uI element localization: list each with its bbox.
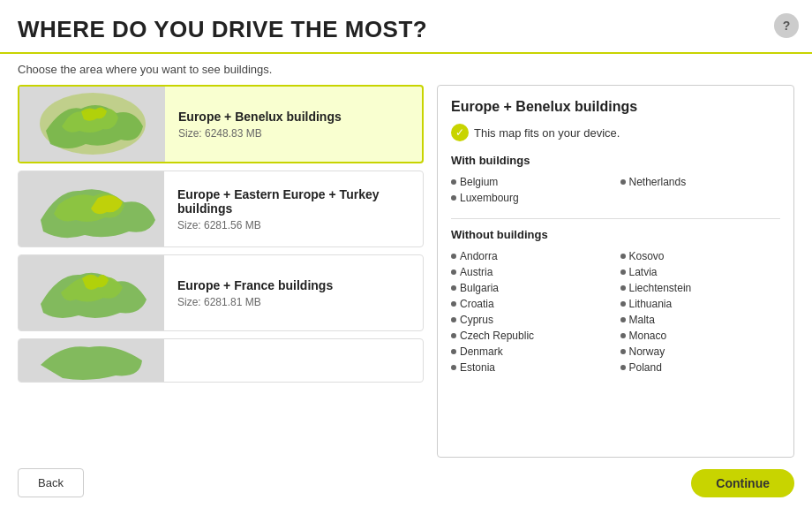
bullet-icon (620, 365, 626, 370)
map-info-1: Europe + Benelux buildings Size: 6248.83… (165, 101, 422, 148)
map-name-3: Europe + France buildings (177, 278, 410, 292)
country-label: Estonia (460, 361, 495, 374)
check-icon: ✓ (451, 124, 469, 141)
country-label: Bulgaria (460, 282, 499, 294)
with-buildings-col2: Netherlands (620, 174, 781, 206)
detail-title: Europe + Benelux buildings (451, 99, 780, 115)
map-size-2: Size: 6281.56 MB (177, 219, 410, 231)
map-info-3: Europe + France buildings Size: 6281.81 … (164, 269, 423, 317)
map-thumbnail-3 (19, 255, 164, 330)
country-label: Croatia (460, 298, 494, 310)
list-item: Netherlands (620, 174, 781, 190)
country-label: Poland (629, 361, 662, 374)
bullet-icon (451, 365, 456, 370)
with-buildings-label: With buildings (451, 154, 780, 167)
country-label: Lithuania (629, 298, 673, 310)
bullet-icon (620, 349, 626, 354)
list-item: Malta (620, 312, 781, 328)
map-size-1: Size: 6248.83 MB (178, 127, 409, 140)
bullet-icon (620, 333, 626, 338)
list-item: Belgium (451, 174, 612, 190)
bullet-icon (451, 317, 456, 322)
map-thumbnail-2 (19, 171, 164, 246)
map-thumbnail-4 (19, 338, 164, 383)
bullet-icon (451, 254, 456, 259)
with-buildings-columns: Belgium Luxembourg Netherlands (451, 174, 780, 206)
fits-device: ✓ This map fits on your device. (451, 124, 780, 141)
header: WHERE DO YOU DRIVE THE MOST? ? (0, 0, 812, 54)
bullet-icon (620, 179, 626, 185)
content-area: Europe + Benelux buildings Size: 6248.83… (0, 85, 812, 458)
map-name-2: Europe + Eastern Europe + Turkey buildin… (177, 187, 410, 216)
country-label: Latvia (629, 266, 658, 278)
map-item-4[interactable] (18, 338, 424, 383)
map-size-3: Size: 6281.81 MB (177, 296, 410, 308)
list-item: Poland (620, 360, 781, 375)
bullet-icon (451, 195, 456, 201)
bullet-icon (620, 285, 626, 291)
list-item: Czech Republic (451, 328, 612, 344)
country-label: Andorra (460, 250, 498, 262)
list-item: Bulgaria (451, 280, 612, 296)
bullet-icon (451, 301, 456, 307)
divider (451, 218, 780, 219)
country-label: Luxembourg (460, 192, 519, 204)
bullet-icon (451, 269, 456, 275)
country-label: Malta (629, 314, 655, 326)
bullet-icon (451, 349, 456, 354)
back-button[interactable]: Back (18, 468, 84, 497)
detail-panel: Europe + Benelux buildings ✓ This map fi… (437, 85, 794, 458)
map-item-3[interactable]: Europe + France buildings Size: 6281.81 … (18, 254, 424, 331)
map-info-4 (164, 352, 423, 369)
list-item: Denmark (451, 344, 612, 360)
country-label: Netherlands (629, 176, 687, 188)
bullet-icon (620, 254, 626, 259)
main-container: WHERE DO YOU DRIVE THE MOST? ? Choose th… (0, 0, 812, 508)
without-buildings-col1: Andorra Austria Bulgaria Croatia (451, 248, 612, 375)
footer: Back Continue (0, 458, 812, 508)
list-item: Latvia (620, 264, 781, 280)
bullet-icon (451, 179, 456, 185)
list-item: Kosovo (620, 248, 781, 264)
list-item: Luxembourg (451, 190, 612, 206)
country-label: Austria (460, 266, 492, 278)
continue-button[interactable]: Continue (691, 469, 794, 497)
list-item: Croatia (451, 296, 612, 312)
subtitle: Choose the area where you want to see bu… (0, 54, 812, 85)
bullet-icon (620, 301, 626, 307)
country-label: Norway (629, 345, 665, 358)
country-label: Monaco (629, 330, 667, 342)
list-item: Monaco (620, 328, 781, 344)
bullet-icon (451, 285, 456, 291)
bullet-icon (620, 269, 626, 275)
list-item: Estonia (451, 360, 612, 375)
map-thumbnail-1 (19, 87, 165, 162)
list-item: Andorra (451, 248, 612, 264)
with-buildings-col1: Belgium Luxembourg (451, 174, 612, 206)
map-info-2: Europe + Eastern Europe + Turkey buildin… (164, 178, 423, 240)
without-buildings-col2: Kosovo Latvia Liechtenstein Lithuania (620, 248, 781, 375)
list-item: Cyprus (451, 312, 612, 328)
map-item-2[interactable]: Europe + Eastern Europe + Turkey buildin… (18, 171, 424, 247)
list-item: Austria (451, 264, 612, 280)
page-title: WHERE DO YOU DRIVE THE MOST? (18, 16, 794, 43)
bullet-icon (451, 333, 456, 338)
map-item-1[interactable]: Europe + Benelux buildings Size: 6248.83… (18, 85, 424, 163)
without-buildings-label: Without buildings (451, 228, 780, 241)
list-item: Norway (620, 344, 781, 360)
list-item: Lithuania (620, 296, 781, 312)
country-label: Cyprus (460, 314, 493, 326)
country-label: Liechtenstein (629, 282, 692, 294)
country-label: Denmark (460, 345, 503, 358)
bullet-icon (620, 317, 626, 322)
country-label: Czech Republic (460, 330, 534, 342)
map-name-1: Europe + Benelux buildings (178, 110, 409, 124)
map-list: Europe + Benelux buildings Size: 6248.83… (18, 85, 424, 458)
fits-message: This map fits on your device. (474, 126, 620, 140)
country-label: Belgium (460, 176, 498, 188)
without-buildings-columns: Andorra Austria Bulgaria Croatia (451, 248, 780, 375)
country-label: Kosovo (629, 250, 665, 262)
list-item: Liechtenstein (620, 280, 781, 296)
help-button[interactable]: ? (774, 13, 799, 38)
